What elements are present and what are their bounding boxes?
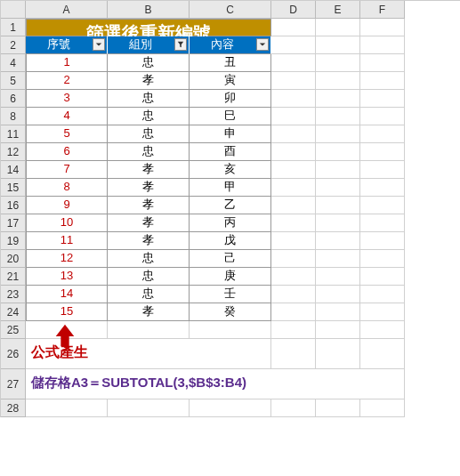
row-header-5[interactable]: 5 xyxy=(1,72,26,90)
cell-C8[interactable]: 巳 xyxy=(190,108,271,125)
cell-E8[interactable] xyxy=(316,108,360,125)
cell-A21[interactable]: 13 xyxy=(26,268,108,286)
row-header-8[interactable]: 8 xyxy=(1,108,26,125)
cell-D14[interactable] xyxy=(271,161,316,179)
cell-D2[interactable] xyxy=(271,36,316,54)
row-header-20[interactable]: 20 xyxy=(1,250,26,268)
row-header-23[interactable]: 23 xyxy=(1,286,26,303)
cell-B24[interactable]: 孝 xyxy=(108,303,190,321)
row-header-12[interactable]: 12 xyxy=(1,143,26,161)
cell-A28[interactable] xyxy=(26,399,108,417)
cell-C12[interactable]: 酉 xyxy=(190,143,271,161)
cell-A24[interactable]: 15 xyxy=(26,303,108,321)
cell-E2[interactable] xyxy=(316,36,360,54)
cell-C6[interactable]: 卯 xyxy=(190,90,271,108)
cell-C11[interactable]: 申 xyxy=(190,125,271,143)
row-header-17[interactable]: 17 xyxy=(1,214,26,232)
col-header-F[interactable]: F xyxy=(360,1,405,19)
cell-B14[interactable]: 孝 xyxy=(108,161,190,179)
cell-A6[interactable]: 3 xyxy=(26,90,108,108)
cell-A17[interactable]: 10 xyxy=(26,214,108,232)
cell-C5[interactable]: 寅 xyxy=(190,72,271,90)
cell-C4[interactable]: 丑 xyxy=(190,54,271,72)
cell-E19[interactable] xyxy=(316,232,360,250)
cell-A19[interactable]: 11 xyxy=(26,232,108,250)
cell-E26[interactable] xyxy=(316,339,360,369)
cell-A14[interactable]: 7 xyxy=(26,161,108,179)
row-header-25[interactable]: 25 xyxy=(1,321,26,339)
cell-D15[interactable] xyxy=(271,179,316,197)
cell-C14[interactable]: 亥 xyxy=(190,161,271,179)
cell-C24[interactable]: 癸 xyxy=(190,303,271,321)
header-group[interactable]: 組別 xyxy=(108,36,190,54)
row-header-24[interactable]: 24 xyxy=(1,303,26,321)
cell-F2[interactable] xyxy=(360,36,405,54)
cell-E16[interactable] xyxy=(316,197,360,214)
cell-E5[interactable] xyxy=(316,72,360,90)
cell-D12[interactable] xyxy=(271,143,316,161)
cell-D28[interactable] xyxy=(271,399,316,417)
cell-E17[interactable] xyxy=(316,214,360,232)
cell-D25[interactable] xyxy=(271,321,316,339)
cell-F16[interactable] xyxy=(360,197,405,214)
cell-A8[interactable]: 4 xyxy=(26,108,108,125)
cell-C16[interactable]: 乙 xyxy=(190,197,271,214)
row-header-26[interactable]: 26 xyxy=(1,339,26,369)
cell-F1[interactable] xyxy=(360,19,405,36)
cell-C20[interactable]: 己 xyxy=(190,250,271,268)
col-header-E[interactable]: E xyxy=(316,1,360,19)
cell-F12[interactable] xyxy=(360,143,405,161)
cell-A12[interactable]: 6 xyxy=(26,143,108,161)
row-header-21[interactable]: 21 xyxy=(1,268,26,286)
cell-D1[interactable] xyxy=(271,19,316,36)
col-header-C[interactable]: C xyxy=(190,1,271,19)
row-header-28[interactable]: 28 xyxy=(1,399,26,417)
cell-B11[interactable]: 忠 xyxy=(108,125,190,143)
cell-B15[interactable]: 孝 xyxy=(108,179,190,197)
cell-F20[interactable] xyxy=(360,250,405,268)
cell-B8[interactable]: 忠 xyxy=(108,108,190,125)
col-header-D[interactable]: D xyxy=(271,1,316,19)
cell-F17[interactable] xyxy=(360,214,405,232)
cell-E12[interactable] xyxy=(316,143,360,161)
cell-A5[interactable]: 2 xyxy=(26,72,108,90)
cell-D20[interactable] xyxy=(271,250,316,268)
cell-D19[interactable] xyxy=(271,232,316,250)
cell-A20[interactable]: 12 xyxy=(26,250,108,268)
cell-F23[interactable] xyxy=(360,286,405,303)
cell-D6[interactable] xyxy=(271,90,316,108)
row-header-1[interactable]: 1 xyxy=(1,19,26,36)
cell-C19[interactable]: 戊 xyxy=(190,232,271,250)
cell-F11[interactable] xyxy=(360,125,405,143)
cell-E6[interactable] xyxy=(316,90,360,108)
cell-B28[interactable] xyxy=(108,399,190,417)
cell-B4[interactable]: 忠 xyxy=(108,54,190,72)
cell-C23[interactable]: 壬 xyxy=(190,286,271,303)
cell-C28[interactable] xyxy=(190,399,271,417)
cell-D21[interactable] xyxy=(271,268,316,286)
select-all-corner[interactable] xyxy=(1,1,26,19)
cell-F19[interactable] xyxy=(360,232,405,250)
cell-F4[interactable] xyxy=(360,54,405,72)
cell-B12[interactable]: 忠 xyxy=(108,143,190,161)
cell-C25[interactable] xyxy=(190,321,271,339)
cell-E21[interactable] xyxy=(316,268,360,286)
cell-B6[interactable]: 忠 xyxy=(108,90,190,108)
cell-A16[interactable]: 9 xyxy=(26,197,108,214)
row-header-27[interactable]: 27 xyxy=(1,369,26,399)
cell-B19[interactable]: 孝 xyxy=(108,232,190,250)
cell-F25[interactable] xyxy=(360,321,405,339)
cell-B25[interactable] xyxy=(108,321,190,339)
row-header-4[interactable]: 4 xyxy=(1,54,26,72)
cell-F15[interactable] xyxy=(360,179,405,197)
row-header-2[interactable]: 2 xyxy=(1,36,26,54)
cell-E24[interactable] xyxy=(316,303,360,321)
cell-F8[interactable] xyxy=(360,108,405,125)
cell-B20[interactable]: 忠 xyxy=(108,250,190,268)
cell-F5[interactable] xyxy=(360,72,405,90)
cell-E25[interactable] xyxy=(316,321,360,339)
cell-E15[interactable] xyxy=(316,179,360,197)
cell-E11[interactable] xyxy=(316,125,360,143)
cell-A25[interactable] xyxy=(26,321,108,339)
cell-D11[interactable] xyxy=(271,125,316,143)
